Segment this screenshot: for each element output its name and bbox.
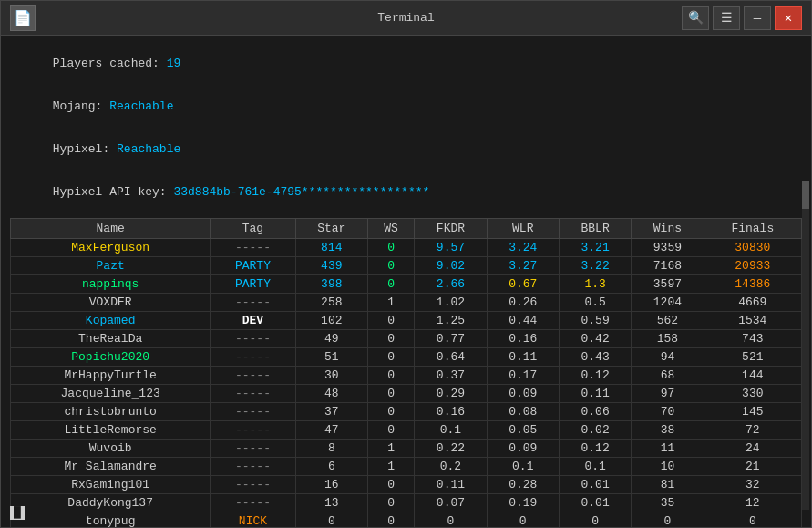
table-cell: 521 — [704, 348, 801, 367]
table-cell: 0.01 — [559, 494, 631, 512]
table-cell: ----- — [211, 294, 295, 312]
table-cell: 0 — [367, 330, 414, 348]
table-cell: ----- — [211, 367, 295, 385]
table-cell: 0.77 — [415, 330, 487, 348]
table-cell: 0.11 — [415, 476, 487, 494]
table-cell: 0.26 — [487, 294, 559, 312]
table-cell: 1204 — [632, 294, 704, 312]
table-cell: 0.12 — [559, 367, 631, 385]
table-cell: 144 — [704, 367, 801, 385]
table-cell: Jacqueline_123 — [11, 385, 211, 403]
table-cell: 158 — [632, 330, 704, 348]
table-cell: 0.1 — [487, 458, 559, 476]
table-row: VOXDER-----25811.020.260.512044669 — [11, 294, 802, 312]
table-row: Mr_Salamandre-----610.20.10.11021 — [11, 458, 802, 476]
table-cell: 814 — [295, 239, 367, 257]
titlebar-left: 📄 — [10, 5, 36, 31]
table-cell: 0 — [367, 239, 414, 257]
table-cell: ----- — [211, 239, 295, 257]
table-cell: 0.1 — [559, 458, 631, 476]
scrollbar-thumb[interactable] — [802, 181, 809, 209]
col-wins: Wins — [632, 219, 704, 239]
search-button[interactable]: 🔍 — [682, 6, 709, 30]
table-cell: 0.06 — [559, 403, 631, 421]
table-cell: PARTY — [211, 257, 295, 275]
table-cell: 0 — [487, 512, 559, 528]
table-row: Popichu2020-----5100.640.110.4394521 — [11, 348, 802, 367]
col-ws: WS — [367, 219, 414, 239]
table-cell: 12 — [704, 494, 801, 512]
table-cell: 0 — [367, 367, 414, 385]
titlebar-controls: 🔍 ☰ — ✕ — [682, 6, 802, 30]
table-cell: ----- — [211, 421, 295, 440]
titlebar: 📄 Terminal 🔍 ☰ — ✕ — [1, 1, 811, 36]
table-cell: 11 — [632, 440, 704, 458]
api-key-label: Hypixel API key: — [53, 185, 174, 199]
table-cell: 0 — [367, 257, 414, 275]
table-cell: 48 — [295, 385, 367, 403]
close-button[interactable]: ✕ — [775, 6, 802, 30]
scrollbar[interactable] — [802, 181, 809, 510]
table-row: TheRealDa-----4900.770.160.42158743 — [11, 330, 802, 348]
cursor-block: █ — [10, 506, 25, 520]
minimize-button[interactable]: — — [744, 6, 771, 30]
table-cell: 72 — [704, 421, 801, 440]
table-cell: 0.2 — [415, 458, 487, 476]
hypixel-label: Hypixel: — [53, 142, 117, 156]
table-cell: 0 — [367, 403, 414, 421]
table-cell: 10 — [632, 458, 704, 476]
table-cell: 49 — [295, 330, 367, 348]
table-cell: ----- — [211, 348, 295, 367]
table-row: nappinqsPARTY39802.660.671.3359714386 — [11, 275, 802, 294]
table-row: christobrunto-----3700.160.080.0670145 — [11, 403, 802, 421]
table-cell: 37 — [295, 403, 367, 421]
table-cell: NICK — [211, 512, 295, 528]
col-finals: Finals — [704, 219, 801, 239]
table-cell: ----- — [211, 476, 295, 494]
table-cell: 9.57 — [415, 239, 487, 257]
table-header-row: Name Tag Star WS FKDR WLR BBLR Wins Fina… — [11, 219, 802, 239]
table-cell: 35 — [632, 494, 704, 512]
stats-table-container: Name Tag Star WS FKDR WLR BBLR Wins Fina… — [10, 218, 802, 527]
table-cell: 0 — [367, 275, 414, 294]
table-cell: ----- — [211, 458, 295, 476]
table-cell: DEV — [211, 312, 295, 330]
table-cell: 94 — [632, 348, 704, 367]
terminal-body: Players cached: 19 Mojang: Reachable Hyp… — [1, 36, 811, 527]
table-cell: 1 — [367, 458, 414, 476]
table-cell: 0 — [367, 494, 414, 512]
table-cell: 0 — [367, 421, 414, 440]
table-cell: 3.22 — [559, 257, 631, 275]
table-cell: ----- — [211, 385, 295, 403]
table-cell: 3.24 — [487, 239, 559, 257]
api-key-line: Hypixel API key: 33d884bb-761e-4795*****… — [10, 171, 802, 212]
table-cell: 30 — [295, 367, 367, 385]
table-cell: 3.27 — [487, 257, 559, 275]
table-cell: 2.66 — [415, 275, 487, 294]
table-cell: 0.43 — [559, 348, 631, 367]
table-cell: 97 — [632, 385, 704, 403]
table-cell: Mr_Salamandre — [11, 458, 211, 476]
table-cell: ----- — [211, 330, 295, 348]
table-cell: TheRealDa — [11, 330, 211, 348]
table-cell: 16 — [295, 476, 367, 494]
table-cell: 1.02 — [415, 294, 487, 312]
menu-button[interactable]: ☰ — [713, 6, 740, 30]
table-cell: 0.19 — [487, 494, 559, 512]
table-cell: 0.09 — [487, 440, 559, 458]
table-cell: 8 — [295, 440, 367, 458]
table-cell: 14386 — [704, 275, 801, 294]
table-cell: 0.11 — [487, 348, 559, 367]
col-star: Star — [295, 219, 367, 239]
table-cell: 0.02 — [559, 421, 631, 440]
table-cell: 1 — [367, 440, 414, 458]
table-cell: 3597 — [632, 275, 704, 294]
table-cell: 0.67 — [487, 275, 559, 294]
table-cell: ----- — [211, 403, 295, 421]
table-cell: 0.44 — [487, 312, 559, 330]
table-cell: 0 — [632, 512, 704, 528]
table-cell: 258 — [295, 294, 367, 312]
table-row: DaddyKong137-----1300.070.190.013512 — [11, 494, 802, 512]
table-cell: 102 — [295, 312, 367, 330]
hypixel-status: Reachable — [117, 142, 180, 156]
